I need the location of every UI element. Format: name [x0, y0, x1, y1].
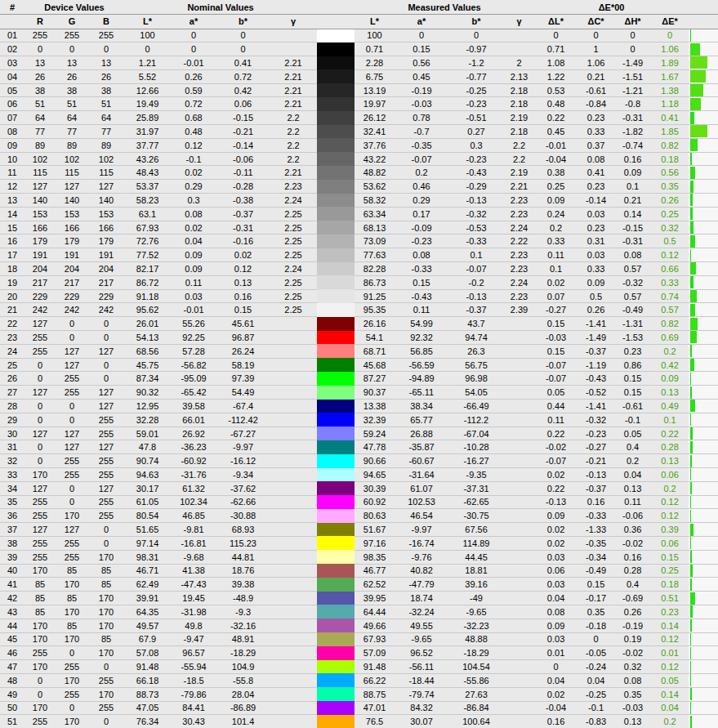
delta-l-value: 0.11 [534, 248, 578, 262]
nominal-gamma-value [270, 42, 317, 56]
nominal-gamma-value: 2.24 [270, 262, 317, 276]
nominal-l-value: 76.34 [124, 715, 171, 728]
bar-header-cell [689, 15, 718, 29]
color-swatch [317, 42, 355, 56]
delta-l-value: 1.08 [534, 56, 578, 70]
delta-l-value: 0.15 [534, 344, 578, 358]
measured-a-value: -60.67 [395, 454, 448, 468]
device-b-value: 115 [88, 166, 124, 180]
measured-a-value: -9.97 [395, 523, 448, 537]
delta-h-value: -1.31 [614, 317, 651, 331]
nominal-gamma-value: 2.23 [270, 180, 317, 194]
nominal-a-value: -79.86 [171, 687, 216, 701]
delta-e-bar [690, 551, 692, 563]
nominal-l-value: 1.21 [124, 56, 171, 70]
delta-e-bar-cell [689, 701, 718, 715]
measured-b-value: -66.49 [448, 400, 504, 413]
measured-b-value: -1.2 [448, 56, 504, 70]
delta-h-value: 0.04 [614, 468, 651, 482]
nominal-l-value: 72.76 [124, 234, 171, 248]
nominal-b-value: 96.87 [216, 331, 270, 345]
measured-b-value: -67.04 [448, 427, 504, 440]
delta-e-bar-cell [689, 427, 718, 440]
delta-h-value: 0.14 [614, 207, 651, 221]
measured-b-value: -55.86 [448, 673, 504, 687]
measured-b-value: 96.98 [448, 372, 504, 386]
measured-gamma-value [504, 715, 534, 728]
measured-a-value: 0.15 [395, 42, 448, 56]
measured-l-value: 90.66 [355, 454, 395, 468]
row-number: 43 [0, 605, 25, 619]
device-r-value: 170 [25, 619, 56, 632]
nominal-a-value: 92.25 [171, 331, 216, 345]
measured-a-value: -0.09 [395, 221, 448, 234]
delta-e-value: 0.56 [651, 166, 689, 180]
device-r-value: 89 [25, 138, 56, 152]
nominal-gamma-value [270, 701, 317, 715]
delta-c-value: 1.06 [578, 56, 614, 70]
nominal-gamma-value [270, 536, 317, 550]
device-b-value: 140 [88, 194, 124, 208]
delta-h-value: -0.1 [614, 413, 651, 427]
patch-row: 0877777731.970.48-0.212.232.41-0.70.272.… [0, 125, 718, 139]
delta-h-value: -1.53 [614, 331, 651, 345]
color-swatch [317, 344, 355, 358]
device-r-value: 229 [25, 289, 56, 303]
measured-b-value: -0.23 [448, 152, 504, 166]
row-number: 42 [0, 592, 25, 605]
delta-e-value: 0.51 [651, 592, 689, 605]
measured-l-value: 97.16 [355, 536, 395, 550]
measured-l-value: 67.93 [355, 632, 395, 646]
delta-e-bar [690, 98, 701, 110]
device-g-value: 51 [56, 97, 88, 111]
patch-row: 34127012730.1761.32-37.6230.3961.07-37.3… [0, 481, 718, 495]
delta-l-value: -0.03 [534, 331, 578, 345]
nominal-b-value: -37.62 [216, 481, 270, 495]
delta-h-value: 0.23 [614, 344, 651, 358]
nominal-b-value: -30.88 [216, 509, 270, 523]
delta-e-bar [690, 359, 694, 371]
device-g-value: 217 [56, 275, 88, 289]
nominal-a-value: 0 [171, 29, 216, 42]
device-b-value: 0 [88, 42, 124, 56]
delta-l-value: 0.01 [534, 646, 578, 660]
measured-b-value: 48.88 [448, 632, 504, 646]
nominal-b-value: -16.12 [216, 454, 270, 468]
device-r-value: 0 [25, 687, 56, 701]
delta-c-value: -0.23 [578, 427, 614, 440]
nominal-b-value: -112.42 [216, 413, 270, 427]
delta-h-value: -0.31 [614, 234, 651, 248]
nominal-a-value: 0.48 [171, 125, 216, 139]
measured-a-value: -0.43 [395, 289, 448, 303]
bar-group-header [689, 0, 718, 15]
nominal-a-value: 0 [171, 42, 216, 56]
nominal-b-value: 0.12 [216, 262, 270, 276]
patch-row: 1111511511548.430.02-0.112.2148.820.2-0.… [0, 166, 718, 180]
device-g-value: 170 [56, 632, 88, 646]
nominal-l-value: 80.54 [124, 509, 171, 523]
patch-row: 49025517088.73-79.8628.0488.75-79.7427.6… [0, 687, 718, 701]
delta-h-value: 0.13 [614, 481, 651, 495]
color-swatch [317, 523, 355, 537]
nominal-b-value: 0.15 [216, 303, 270, 317]
measured-b-value: 94.74 [448, 331, 504, 345]
delta-c-value: -1.33 [578, 523, 614, 537]
delta-l-value: 0.22 [534, 427, 578, 440]
delta-e-value: 0.14 [651, 619, 689, 632]
patch-row: 0538383812.660.590.422.2113.19-0.19-0.25… [0, 83, 718, 97]
nominal-l-value: 61.05 [124, 495, 171, 509]
delta-h-value: 0 [614, 29, 651, 42]
col-header-r: R [25, 15, 56, 29]
delta-e-bar [690, 167, 695, 179]
device-g-value: 255 [56, 536, 88, 550]
device-g-value: 127 [56, 358, 88, 372]
nominal-a-value: 0.72 [171, 97, 216, 111]
measured-gamma-value [504, 495, 534, 509]
row-number: 21 [0, 303, 25, 317]
delta-e-value: 1.06 [651, 42, 689, 56]
nominal-gamma-value [270, 660, 317, 674]
device-r-value: 191 [25, 248, 56, 262]
device-g-value: 0 [56, 317, 88, 331]
measured-gamma-value [504, 578, 534, 592]
nominal-b-value: 104.9 [216, 660, 270, 674]
